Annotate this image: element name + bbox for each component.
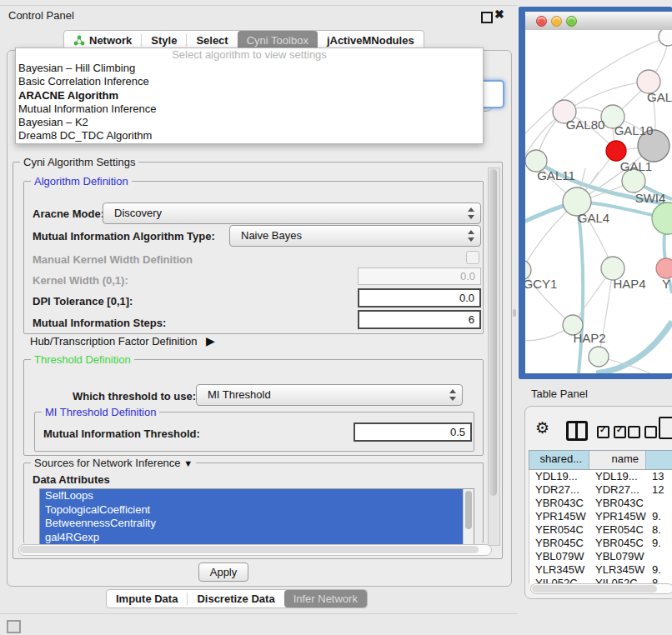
gear-icon[interactable]: ⚙ <box>535 418 549 438</box>
table-row[interactable]: YER054C YER054C 8. <box>529 523 672 537</box>
settings-horizontal-scrollbar[interactable] <box>18 544 492 556</box>
data-attributes-list[interactable]: SelfLoops TopologicalCoefficient Between… <box>39 488 474 545</box>
table-row[interactable]: YBR045C YBR045C 9. <box>529 537 672 550</box>
splitpane-divider-handle[interactable] <box>513 309 516 317</box>
unchecked-box-icon <box>628 426 640 438</box>
node-table: shared... name YDL19... YDL19... 13 YDR2… <box>529 450 672 584</box>
node-label: HAP2 <box>573 331 605 345</box>
close-traffic-light-icon[interactable] <box>536 16 547 27</box>
table-panel-title: Table Panel <box>531 388 588 400</box>
hub-definition-toggle[interactable]: Hub/Transcription Factor Definition ▶ <box>30 334 215 348</box>
dropdown-item[interactable]: Bayesian – Hill Climbing <box>16 62 483 75</box>
list-item[interactable]: TopologicalCoefficient <box>40 503 463 518</box>
node[interactable] <box>659 30 672 46</box>
dropdown-item-selected[interactable]: ARACNE Algorithm <box>16 89 483 102</box>
table-row[interactable]: YDL19... YDL19... 13 <box>529 470 672 483</box>
tab-cyni-toolbox-label: Cyni Toolbox <box>247 34 308 47</box>
table-row[interactable]: YDR27... YDR27... 12 <box>529 483 672 497</box>
table-horizontal-scrollbar[interactable] <box>530 583 672 594</box>
network-view-window: GAL GAL80 GAL10 GAL1 GAL11 SWI4 GAL4 GCY… <box>525 12 672 373</box>
mi-threshold-definition-group: MI Threshold Definition Mutual Informati… <box>34 412 474 452</box>
node-label: GAL11 <box>537 168 575 182</box>
cell: YDR27... <box>589 483 646 497</box>
list-scrollbar-thumb[interactable] <box>465 491 472 529</box>
node-salmon[interactable] <box>656 258 672 278</box>
mi-steps-field[interactable]: 6 <box>358 310 481 329</box>
dropdown-item[interactable]: Bayesian – K2 <box>16 116 483 129</box>
manual-kernel-width-checkbox[interactable] <box>466 251 479 264</box>
node[interactable] <box>589 347 609 367</box>
collapsed-panel-icon[interactable] <box>7 620 21 633</box>
node-label: GAL10 <box>614 123 654 138</box>
dropdown-item[interactable]: Mutual Information Inference <box>16 102 483 116</box>
node-green-hub[interactable] <box>652 202 672 234</box>
split-columns-icon[interactable] <box>566 421 588 441</box>
list-item[interactable]: gal4RGexp <box>40 531 463 545</box>
deselect-all-columns-icon[interactable] <box>628 426 657 438</box>
new-table-icon[interactable] <box>659 417 672 439</box>
node-label: Y <box>662 277 670 291</box>
dropdown-item[interactable]: Dream8 DC_TDC Algorithm <box>16 129 483 142</box>
dpi-tolerance-label: DPI Tolerance [0,1]: <box>33 295 133 308</box>
minimize-traffic-light-icon[interactable] <box>551 16 562 27</box>
column-header-shared-name[interactable]: shared... <box>529 451 589 469</box>
network-canvas[interactable]: GAL GAL80 GAL10 GAL1 GAL11 SWI4 GAL4 GCY… <box>525 30 672 373</box>
tab-infer-network[interactable]: Infer Network <box>284 590 367 608</box>
check-icon: ✓ <box>616 425 623 434</box>
dpi-tolerance-field[interactable]: 0.0 <box>358 288 481 308</box>
table-row[interactable]: YBL079W YBL079W <box>529 550 672 563</box>
tab-impute-data-label: Impute Data <box>116 592 178 605</box>
settings-vertical-scrollbar-thumb[interactable] <box>489 169 497 496</box>
close-icon[interactable]: ✖ <box>494 8 504 21</box>
list-item[interactable]: BetweennessCentrality <box>40 517 463 531</box>
tab-network-label: Network <box>89 34 132 47</box>
column-header-name[interactable]: name <box>589 451 646 469</box>
which-threshold-combobox[interactable]: MI Threshold <box>196 384 463 406</box>
node-label: GAL80 <box>566 118 605 132</box>
mi-threshold-field[interactable]: 0.5 <box>354 422 472 442</box>
app-window: Control Panel ✖ Cyni Algorithm Settings … <box>0 0 672 635</box>
checked-box-icon: ✓ <box>597 426 609 438</box>
expanded-arrow-icon[interactable]: ▼ <box>183 458 193 468</box>
kernel-width-field[interactable]: 0.0 <box>358 268 481 285</box>
sources-group: Sources for Network Inference ▼ Data Att… <box>23 462 484 543</box>
table-row[interactable]: YPR145W YPR145W 9. <box>529 510 672 523</box>
cell <box>646 550 672 563</box>
tab-impute-data[interactable]: Impute Data <box>107 590 187 608</box>
network-window-titlebar[interactable] <box>525 12 672 31</box>
cell: YER054C <box>529 523 589 537</box>
list-item[interactable]: SelfLoops <box>40 489 463 503</box>
list-scrollbar[interactable] <box>463 489 474 544</box>
which-threshold-value: MI Threshold <box>208 385 271 405</box>
node-label: GAL4 <box>578 211 609 225</box>
table-panel: ⚙ ✓ ✓ shared... name YDL19... YDL19... 1… <box>524 406 672 599</box>
table-horizontal-scrollbar-thumb[interactable] <box>532 585 657 592</box>
column-header-partial[interactable] <box>646 451 672 469</box>
tab-discretize-data[interactable]: Discretize Data <box>188 590 283 608</box>
zoom-traffic-light-icon[interactable] <box>566 16 577 27</box>
select-all-columns-icon[interactable]: ✓ ✓ <box>597 426 626 438</box>
table-row[interactable]: YBR043C YBR043C <box>529 497 672 510</box>
node-gal1[interactable] <box>606 141 626 161</box>
mi-threshold-label: Mutual Information Threshold: <box>43 428 200 440</box>
aracne-mode-combobox[interactable]: Discovery <box>103 202 481 224</box>
window-bottom-divider <box>0 613 517 614</box>
cell: 9. <box>646 510 672 523</box>
cell: YBL079W <box>529 550 589 563</box>
cell: YBR045C <box>529 537 589 550</box>
table-row[interactable]: YLR345W YLR345W 9. <box>529 563 672 577</box>
cell: YBR043C <box>529 497 589 510</box>
mi-algorithm-type-combobox[interactable]: Naive Bayes <box>229 225 481 247</box>
which-threshold-label: Which threshold to use: <box>73 390 196 402</box>
collapsed-arrow-icon: ▶ <box>206 334 215 348</box>
network-view-frame: GAL GAL80 GAL10 GAL1 GAL11 SWI4 GAL4 GCY… <box>519 7 672 379</box>
apply-button[interactable]: Apply <box>198 562 248 582</box>
combo-stepper-icon <box>449 388 456 402</box>
settings-horizontal-scrollbar-thumb[interactable] <box>20 546 479 553</box>
dropdown-item[interactable]: Basic Correlation Inference <box>16 75 483 88</box>
threshold-definition-group: Threshold Definition Which threshold to … <box>23 359 484 456</box>
float-window-icon[interactable] <box>481 12 493 23</box>
settings-vertical-scrollbar[interactable] <box>488 168 500 546</box>
cell: 12 <box>646 483 672 497</box>
tab-style-label: Style <box>151 34 177 47</box>
